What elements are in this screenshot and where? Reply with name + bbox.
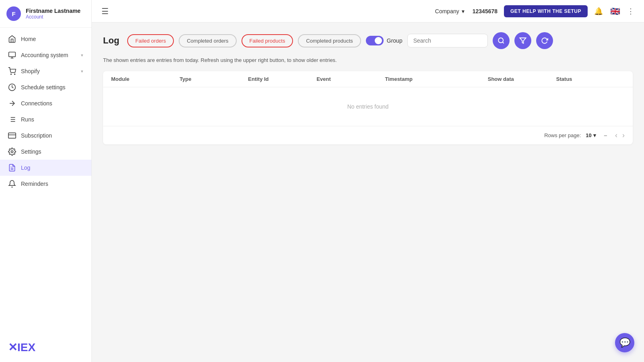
logo: ✕IEX (0, 333, 91, 362)
sidebar-item-label: Runs (21, 116, 83, 123)
info-text: The shown entries are entries from today… (103, 57, 633, 63)
rows-per-page-label: Rows per page: (544, 132, 581, 138)
completed-orders-filter[interactable]: Completed orders (179, 34, 236, 47)
sidebar-item-schedule[interactable]: Schedule settings (0, 79, 91, 95)
page-title: Log (103, 35, 119, 46)
runs-icon (8, 115, 16, 123)
search-box (407, 34, 488, 47)
col-show-data: Show data (488, 76, 556, 82)
group-toggle-group: Group (366, 36, 402, 45)
failed-products-filter[interactable]: Failed products (242, 34, 293, 47)
log-header: Log Failed orders Completed orders Faile… (103, 32, 633, 49)
svg-rect-0 (9, 52, 16, 57)
notification-bell-icon[interactable]: 🔔 (594, 7, 603, 16)
group-toggle[interactable] (366, 36, 384, 45)
search-input[interactable] (413, 37, 482, 44)
col-type: Type (180, 76, 248, 82)
svg-point-18 (498, 38, 503, 43)
sidebar-item-label: Home (21, 36, 83, 42)
failed-orders-filter[interactable]: Failed orders (127, 34, 174, 47)
sidebar-item-settings[interactable]: Settings (0, 144, 91, 160)
svg-point-3 (11, 74, 12, 75)
hamburger-icon[interactable]: ☰ (101, 6, 109, 16)
table-header: Module Type Entity Id Event Timestamp Sh… (103, 71, 633, 87)
svg-line-19 (502, 42, 504, 43)
rows-per-page-selector[interactable]: 10 ▾ (586, 132, 596, 138)
refresh-button[interactable] (536, 32, 553, 49)
group-label: Group (387, 37, 402, 44)
svg-point-15 (11, 151, 13, 153)
filter-button[interactable] (514, 32, 531, 49)
col-status: Status (556, 76, 625, 82)
chevron-down-icon: ▾ (462, 8, 464, 14)
log-table: Module Type Entity Id Event Timestamp Sh… (103, 71, 633, 144)
sidebar-item-label: Log (21, 165, 83, 171)
svg-rect-13 (8, 133, 16, 138)
completed-products-filter[interactable]: Completed products (298, 34, 361, 47)
connections-icon (8, 99, 16, 107)
page-content: Log Failed orders Completed orders Faile… (92, 23, 644, 362)
sidebar-item-label: Reminders (21, 181, 83, 187)
account-link[interactable]: Account (26, 14, 80, 20)
main-content: ☰ Company ▾ 12345678 GET HELP WITH THE S… (92, 0, 644, 362)
sidebar-item-connections[interactable]: Connections (0, 95, 91, 111)
chevron-down-icon: ▾ (81, 69, 83, 74)
sidebar-item-accounting[interactable]: Accounting system ▾ (0, 47, 91, 63)
sidebar: F Firstname Lastname Account Home Accoun… (0, 0, 92, 362)
subscription-icon (8, 132, 16, 140)
accounting-icon (8, 51, 16, 59)
logo-text: ✕IEX (8, 341, 35, 354)
sidebar-item-log[interactable]: Log (0, 160, 91, 176)
table-footer: Rows per page: 10 ▾ – ‹ › (103, 126, 633, 144)
company-id: 12345678 (473, 8, 497, 14)
sidebar-item-label: Settings (21, 148, 83, 155)
svg-marker-20 (520, 38, 526, 43)
sidebar-item-label: Shopify (21, 68, 76, 74)
topbar: ☰ Company ▾ 12345678 GET HELP WITH THE S… (92, 0, 644, 23)
bell-icon (8, 180, 16, 188)
svg-point-4 (14, 74, 15, 75)
language-flag-icon[interactable]: 🇬🇧 (609, 8, 621, 15)
search-button[interactable] (493, 32, 510, 49)
sidebar-item-label: Subscription (21, 132, 83, 139)
col-timestamp: Timestamp (385, 76, 488, 82)
chat-icon: 💬 (619, 337, 630, 348)
sidebar-item-label: Accounting system (21, 52, 76, 58)
rows-per-page-value: 10 (586, 132, 591, 138)
sidebar-nav: Home Accounting system ▾ Shopify ▾ Sched… (0, 28, 91, 333)
page-range: – (604, 132, 607, 138)
company-selector[interactable]: Company ▾ (435, 8, 464, 14)
log-icon (8, 164, 16, 172)
sidebar-header: F Firstname Lastname Account (0, 0, 91, 28)
chat-widget[interactable]: 💬 (615, 333, 634, 352)
avatar: F (6, 6, 21, 21)
col-event: Event (316, 76, 385, 82)
more-options-icon[interactable]: ⋮ (627, 7, 634, 16)
clock-icon (8, 83, 16, 91)
home-icon (8, 35, 16, 43)
sidebar-item-home[interactable]: Home (0, 31, 91, 47)
empty-state: No entries found (103, 87, 633, 126)
sidebar-item-label: Schedule settings (21, 84, 83, 90)
col-entity-id: Entity Id (248, 76, 316, 82)
col-module: Module (111, 76, 180, 82)
company-label: Company (435, 8, 459, 14)
chevron-down-icon: ▾ (81, 53, 83, 58)
sidebar-item-reminders[interactable]: Reminders (0, 176, 91, 192)
user-name: Firstname Lastname (26, 8, 80, 14)
chevron-down-icon: ▾ (593, 132, 596, 138)
sidebar-item-shopify[interactable]: Shopify ▾ (0, 63, 91, 79)
sidebar-item-runs[interactable]: Runs (0, 111, 91, 128)
sidebar-item-label: Connections (21, 100, 83, 107)
next-page-button[interactable]: › (622, 131, 625, 140)
get-help-button[interactable]: GET HELP WITH THE SETUP (504, 5, 588, 17)
prev-page-button[interactable]: ‹ (615, 131, 617, 140)
shopify-icon (8, 67, 16, 75)
sidebar-item-subscription[interactable]: Subscription (0, 128, 91, 144)
gear-icon (8, 148, 16, 156)
